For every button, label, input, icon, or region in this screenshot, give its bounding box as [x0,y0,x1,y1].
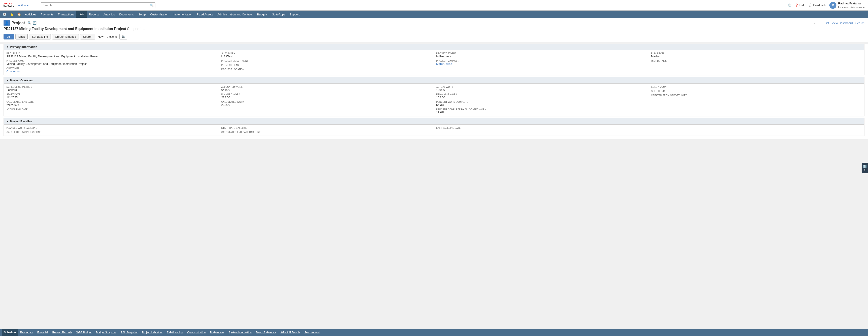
sold-amount-label: SOLD AMOUNT [651,86,862,88]
project-manager-link[interactable]: Marc Collins [436,62,452,65]
search-title-icon[interactable]: 🔍 [28,21,31,25]
project-overview-title: Project Overview [10,79,33,82]
set-baseline-button[interactable]: Set Baseline [29,34,51,39]
nav-reports[interactable]: Reports [87,10,101,18]
field-group-risk: RISK LEVEL Medium RISK DETAILS [651,52,862,73]
nav-payments[interactable]: Payments [38,10,56,18]
nav-documents[interactable]: Documents [117,10,136,18]
primary-info-title: Primary Information [10,45,37,48]
project-id-label: PROJECT ID [6,52,217,55]
avatar: R [829,2,836,9]
back-button[interactable]: Back [16,34,28,39]
top-bar: ORACLE NetSuite logiframe 🔍 🕐 ❓ Help 💬 F… [0,0,868,10]
create-template-button[interactable]: Create Template [52,34,79,39]
list-link[interactable]: List [825,22,829,25]
project-icon: 👤 [3,20,10,26]
calculated-end-date-value: 2/12/2025 [6,103,217,106]
nav-implementation[interactable]: Implementation [170,10,194,18]
scheduling-method-label: SCHEDULING METHOD [6,86,217,88]
top-right-nav: ← → List View Dashboard Search [813,22,865,25]
oracle-netsuite-logo: ORACLE NetSuite [3,2,14,8]
feedback-icon: 💬 [809,3,812,7]
project-manager-label: PROJECT MANAGER [436,60,647,62]
search-link[interactable]: Search [856,22,865,25]
primary-info-body: PROJECT ID PRJ1127 Mining Facility Devel… [4,50,864,75]
remaining-work-value: 102:00 [436,96,647,99]
nav-home-icon[interactable]: 🏠 [16,11,23,18]
start-date-label: START DATE [6,93,217,96]
help-btn[interactable]: ❓ Help [795,3,805,7]
risk-level-label: RISK LEVEL [651,52,862,55]
baseline-col2: START DATE BASELINE CALCULATED END DATE … [221,127,432,133]
recent-icon-btn[interactable]: 🕐 [788,3,792,7]
primary-info-header[interactable]: ▼ Primary Information [4,44,864,50]
project-location-label: PROJECT LOCATION [221,68,432,71]
actions-button[interactable]: Actions [106,34,118,39]
project-manager-value: Marc Collins [436,62,647,65]
scheduling-method-value: Forward [6,88,217,92]
chevron-down-icon-2: ▼ [6,79,9,81]
search-bar[interactable]: 🔍 [41,2,155,8]
start-date-baseline-label: START DATE BASELINE [221,127,432,129]
new-button[interactable]: New [96,34,105,39]
last-baseline-date-label: LAST BASELINE DATE [436,127,647,129]
nav-suiteapps[interactable]: SuiteApps [270,10,287,18]
project-department-label: PROJECT DEPARTMENT [221,60,432,62]
risk-level-value: Medium [651,55,862,58]
project-overview-body: SCHEDULING METHOD Forward START DATE 1/4… [4,83,864,116]
refresh-icon[interactable]: 🔄 [33,21,36,25]
search-button[interactable]: Search [80,34,95,39]
percent-work-complete-label: PERCENT WORK COMPLETE [436,101,647,103]
nav-analytics[interactable]: Analytics [101,10,117,18]
view-dashboard-link[interactable]: View Dashboard [832,22,853,25]
company-name: Cooper Inc. [127,27,145,31]
overview-col1: SCHEDULING METHOD Forward START DATE 1/4… [6,86,217,114]
user-details: Raditya Pratama Logiframe - Administrato… [838,2,865,9]
nav-customization[interactable]: Customization [148,10,170,18]
actual-end-date-label: ACTUAL END DATE [6,108,217,111]
project-baseline-title: Project Baseline [10,120,32,123]
search-input[interactable] [42,3,150,7]
project-name-label: PROJECT NAME [6,60,217,62]
allocated-work-label: ALLOCATED WORK [221,86,432,88]
overview-col2: ALLOCATED WORK 644:00 PLANNED WORK 228:0… [221,86,432,114]
customer-label: CUSTOMER [6,67,217,70]
title-actions: 🔍 🔄 [28,21,36,25]
created-from-opportunity-label: CREATED FROM OPPORTUNITY [651,94,862,97]
actual-work-value: 126:00 [436,88,647,92]
nav-fixed-assets[interactable]: Fixed Assets [194,10,215,18]
project-baseline-body: PLANNED WORK BASELINE CALCULATED WORK BA… [4,125,864,136]
print-button[interactable]: 🖨️ [119,34,127,39]
nav-administration[interactable]: Administration and Controls [215,10,255,18]
project-status-value: In Progress [436,55,647,58]
prev-record-btn[interactable]: ← [813,22,816,25]
sold-hours-label: SOLD HOURS [651,90,862,92]
project-baseline-section: ▼ Project Baseline PLANNED WORK BASELINE… [3,118,865,136]
project-baseline-header[interactable]: ▼ Project Baseline [4,119,864,125]
project-id-value: PRJ1127 Mining Facility Development and … [6,55,217,58]
user-info[interactable]: R Raditya Pratama Logiframe - Administra… [829,2,865,9]
customer-value: Cooper Inc. [6,70,217,73]
action-bar: Edit Back Set Baseline Create Template S… [3,33,865,41]
overview-col3: ACTUAL WORK 126:00 REMAINING WORK 102:00… [436,86,647,114]
feedback-btn[interactable]: 💬 Feedback [809,3,826,7]
field-group-project-id: PROJECT ID PRJ1127 Mining Facility Devel… [6,52,217,73]
nav-clock-icon[interactable]: 🕐 [1,11,8,18]
percent-complete-allocated-value: 19.6% [436,111,647,114]
edit-button[interactable]: Edit [3,34,14,39]
nav-setup[interactable]: Setup [136,10,148,18]
nav-lists[interactable]: Lists [76,10,87,18]
nav-activities[interactable]: Activities [23,10,38,18]
next-record-btn[interactable]: → [819,22,822,25]
nav-budgets[interactable]: Budgets [255,10,270,18]
calculated-work-value: 228:00 [221,103,432,106]
page-header: 👤 Project 🔍 🔄 ← → List View Dashboard Se… [0,18,868,42]
nav-support[interactable]: Support [287,10,302,18]
nav-star-icon[interactable]: ⭐ [8,11,16,18]
page-title: Project [11,21,25,25]
search-icon[interactable]: 🔍 [150,3,153,7]
chevron-down-icon-3: ▼ [6,120,9,123]
project-overview-header[interactable]: ▼ Project Overview [4,77,864,83]
customer-link[interactable]: Cooper Inc. [6,70,21,73]
nav-transactions[interactable]: Transactions [56,10,76,18]
